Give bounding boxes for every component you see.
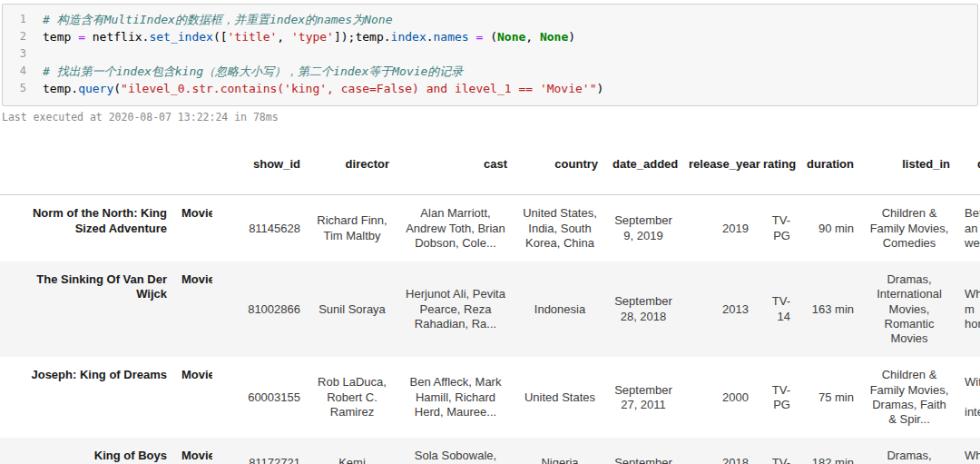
token-plain: ([ [213,30,228,44]
code-line[interactable]: 1# 构造含有MultiIndex的数据框，并重置index的names为Non… [3,11,970,28]
row-index-title: Norm of the North: King Sized Adventure [0,195,174,262]
table-row: King of BoysMovie81172721KemiSola Sobowa… [0,438,980,464]
table-row: Joseph: King of DreamsMovie60003155Rob L… [0,357,980,438]
cell-description: Wher m hom [957,262,980,357]
cell-director: Kemi [308,438,397,464]
cell-release_year: 2013 [681,262,756,357]
cell-director: Richard Finn, Tim Maltby [308,195,397,262]
token-comment: # 构造含有MultiIndex的数据框，并重置index的names为None [43,13,393,26]
column-header-rating: rating [756,134,798,195]
code-line[interactable]: 4# 找出第一个index包含king（忽略大小写），第二个index等于Mov… [3,63,970,80]
column-header-cast: cast [397,134,514,195]
code-text: temp.query("ilevel_0.str.contains('king'… [39,80,603,97]
cell-date_added: September [605,438,681,464]
cell-show_id: 81172721 [212,438,308,464]
token-prop: names [434,30,469,44]
row-index-type: Movie [174,438,212,464]
code-cell[interactable]: 1# 构造含有MultiIndex的数据框，并重置index的names为Non… [2,4,978,106]
cell-description: Before an weddi [957,195,980,262]
table-row: The Sinking Of Van Der WijckMovie8100286… [0,262,980,357]
code-line[interactable]: 2temp = netflix.set_index(['title', 'typ… [3,28,970,45]
cell-description: With inter [957,357,980,438]
row-index-title: King of Boys [0,438,174,464]
token-str: "ilevel_0.str.contains('king', case=Fals… [121,82,596,95]
code-text: # 找出第一个index包含king（忽略大小写），第二个index等于Movi… [39,63,463,80]
dataframe-output: show_iddirectorcastcountrydate_addedrele… [0,134,980,464]
column-header-director: director [308,134,397,195]
index-header-blank [0,134,174,195]
token-plain: ) [568,30,575,44]
row-index-type: Movie [174,357,212,438]
cell-date_added: September 27, 2011 [605,357,681,438]
code-text: temp = netflix.set_index(['title', 'type… [39,28,575,45]
code-line[interactable]: 3 [3,45,970,63]
code-text [39,45,50,63]
cell-duration: 75 min [798,357,861,438]
cell-rating: TV-PG [756,195,798,262]
token-str: 'type' [291,30,334,44]
token-comment: # 找出第一个index包含king（忽略大小写），第二个index等于Movi… [43,64,463,78]
token-prop: index [391,30,426,44]
line-number: 4 [3,63,39,80]
cell-show_id: 60003155 [212,357,308,438]
token-op: = [78,30,85,44]
header-row: show_iddirectorcastcountrydate_addedrele… [0,134,980,195]
cell-cast: Herjunot Ali, Pevita Pearce, Reza Rahadi… [397,262,514,357]
token-kw: None [540,30,568,44]
code-line[interactable]: 5temp.query("ilevel_0.str.contains('king… [3,80,970,97]
cell-release_year: 2000 [681,357,756,438]
line-number: 3 [3,45,39,63]
column-header-date_added: date_added [605,134,681,195]
dataframe-table: show_iddirectorcastcountrydate_addedrele… [0,134,980,464]
cell-date_added: September 9, 2019 [605,195,681,262]
execution-status: Last executed at 2020-08-07 13:22:24 in … [2,111,980,123]
cell-release_year: 2018 [681,438,756,464]
cell-rating: TV-14 [756,262,798,357]
token-plain: ( [113,82,121,95]
cell-listed_in: Children & Family Movies, Dramas, Faith … [861,357,957,438]
cell-cast: Sola Sobowale, Adesua Etomi [397,438,514,464]
cell-country: Nigeria [514,438,605,464]
cell-director: Sunil Soraya [308,262,397,357]
notebook-page: 1# 构造含有MultiIndex的数据框，并重置index的names为Non… [0,4,980,464]
cell-country: United States, India, South Korea, China [514,195,605,262]
token-plain: ]);temp. [334,30,391,44]
column-header-country: country [514,134,605,195]
token-plain: ) [597,82,604,95]
code-text: # 构造含有MultiIndex的数据框，并重置index的names为None [39,11,393,28]
row-index-title: Joseph: King of Dreams [0,357,174,438]
cell-rating: TV-PG [756,357,798,438]
token-plain: , [277,30,291,44]
token-kw: None [497,30,525,44]
token-plain [469,30,476,44]
cell-country: Indonesia [514,262,605,357]
code-editor[interactable]: 1# 构造含有MultiIndex的数据框，并重置index的names为Non… [3,11,970,97]
table-row: Norm of the North: King Sized AdventureM… [0,195,980,262]
column-header-release_year: release_year [681,134,756,195]
cell-duration: 163 min [798,262,861,357]
cell-listed_in: Dramas, International [861,438,957,464]
cell-date_added: September 28, 2018 [605,262,681,357]
token-plain: . [426,30,434,44]
row-index-type: Movie [174,195,212,262]
token-plain: netflix. [85,30,149,44]
cell-country: United States [514,357,605,438]
cell-director: Rob LaDuca, Robert C. Ramirez [308,357,397,438]
column-header-show_id: show_id [212,134,308,195]
row-index-title: The Sinking Of Van Der Wijck [0,262,174,357]
cell-show_id: 81145628 [212,195,308,262]
cell-rating: TV- [756,438,798,464]
token-plain: temp. [43,82,78,95]
cell-listed_in: Children & Family Movies, Comedies [861,195,957,262]
row-index-type: Movie [174,262,212,357]
token-plain: ( [483,30,497,44]
cell-cast: Alan Marriott, Andrew Toth, Brian Dobson… [397,195,514,262]
cell-duration: 90 min [798,195,861,262]
cell-release_year: 2019 [681,195,756,262]
cell-show_id: 81002866 [212,262,308,357]
column-header-duration: duration [798,134,861,195]
token-prop: query [78,82,113,95]
line-number: 2 [3,28,39,45]
cell-cast: Ben Affleck, Mark Hamill, Richard Herd, … [397,357,514,438]
cell-listed_in: Dramas, International Movies, Romantic M… [861,262,957,357]
